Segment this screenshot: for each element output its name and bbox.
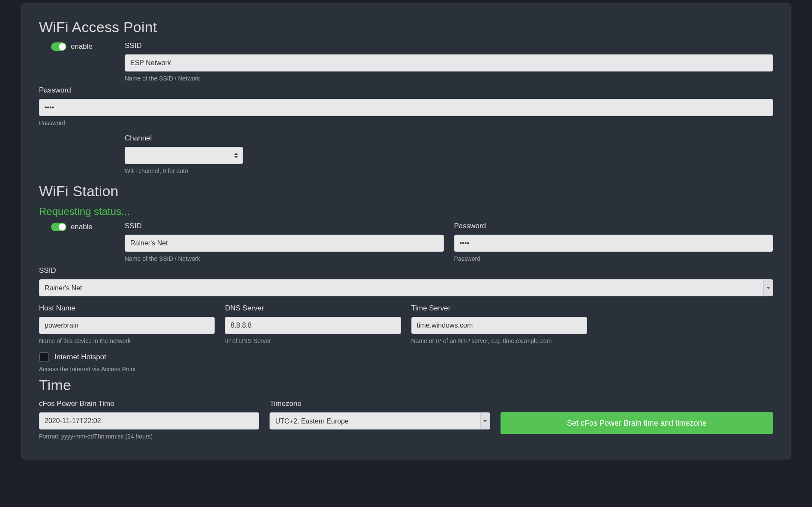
time-label: cFos Power Brain Time (39, 400, 259, 408)
station-ssid-label: SSID (125, 222, 444, 230)
tz-select[interactable]: UTC+2, Eastern Europe (270, 412, 490, 429)
ap-enable-label: enable (71, 42, 93, 51)
ap-channel-input[interactable] (125, 147, 243, 164)
ap-channel-label: Channel (125, 134, 243, 143)
chevron-up-icon (234, 153, 238, 155)
timesrv-label: Time Server (411, 304, 587, 313)
ap-title: WiFi Access Point (39, 19, 773, 36)
station-ssid-hint: Name of the SSID / Network (125, 255, 444, 262)
hotspot-label: Internet Hotspot (54, 353, 106, 361)
set-time-button[interactable]: Set cFos Power Brain time and timezone (500, 412, 773, 434)
ap-password-input[interactable] (39, 99, 773, 116)
dns-hint: IP of DNS Server (225, 337, 401, 344)
toggle-knob-icon (59, 224, 66, 230)
config-panel: WiFi Access Point enable SSID Name of th… (21, 3, 791, 459)
ap-password-hint: Password (39, 119, 773, 126)
station-password-input[interactable] (454, 235, 773, 252)
time-hint: Format: yyyy-mm-ddThh:mm:ss (24 hours) (39, 433, 259, 440)
host-hint: Name of this device in the network (39, 337, 215, 344)
ap-ssid-label: SSID (125, 42, 773, 50)
station-enable-toggle[interactable] (51, 223, 66, 231)
dns-input[interactable] (225, 317, 401, 334)
ap-ssid-hint: Name of the SSID / Network (125, 75, 773, 82)
timesrv-input[interactable] (411, 317, 587, 334)
ap-enable-toggle[interactable] (51, 42, 66, 51)
hotspot-checkbox[interactable] (39, 352, 49, 362)
time-input[interactable] (39, 412, 259, 429)
station-ssid-input[interactable] (125, 235, 444, 252)
time-title: Time (39, 377, 773, 394)
host-input[interactable] (39, 317, 215, 334)
chevron-down-icon (234, 156, 238, 158)
station-ssid-select[interactable]: Rainer's Net (39, 279, 773, 296)
station-ssid-select-label: SSID (39, 266, 773, 275)
ap-password-label: Password (39, 86, 773, 95)
dns-label: DNS Server (225, 304, 401, 313)
toggle-knob-icon (59, 43, 66, 50)
ap-ssid-input[interactable] (125, 54, 773, 72)
station-password-hint: Password (454, 255, 773, 262)
number-spinner-icon[interactable] (234, 151, 240, 160)
station-enable-label: enable (71, 223, 93, 231)
tz-label: Timezone (270, 400, 490, 408)
station-title: WiFi Station (39, 183, 773, 200)
ap-channel-hint: WiFi channel, 0 for auto (125, 167, 243, 174)
host-label: Host Name (39, 304, 215, 313)
timesrv-hint: Name or IP of an NTP server, e.g. time.e… (411, 337, 587, 344)
station-status: Requesting status... (39, 206, 773, 218)
station-password-label: Password (454, 222, 773, 230)
hotspot-hint: Access the Internet via Access Point (39, 366, 773, 373)
